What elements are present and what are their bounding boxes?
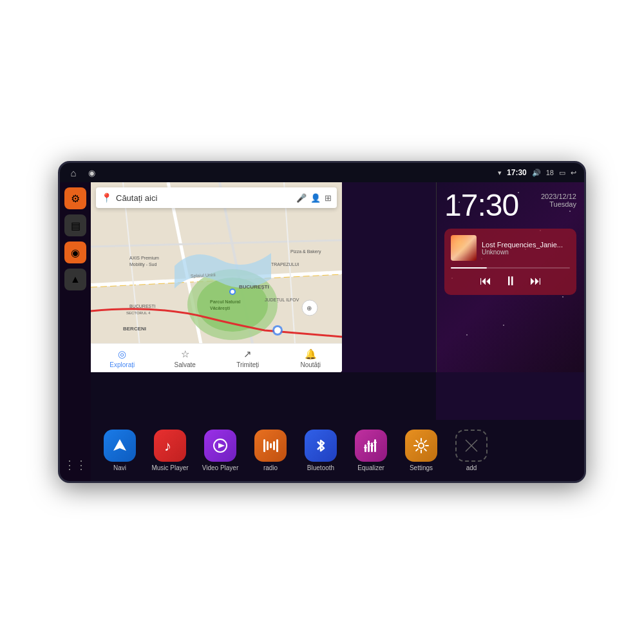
album-art [451, 235, 477, 261]
svg-rect-37 [276, 439, 278, 452]
svg-rect-45 [374, 442, 377, 443]
svg-text:Parcul Natural: Parcul Natural [210, 299, 241, 304]
app-music[interactable]: ♪ Music Player [147, 430, 193, 471]
app-equalizer[interactable]: Equalizer [348, 430, 393, 471]
map-nav-saved[interactable]: ☆ Salvate [154, 348, 217, 368]
middle-fill [91, 372, 436, 420]
map-layers-icon[interactable]: ⊞ [325, 193, 332, 203]
svg-text:BUCUREȘTI: BUCUREȘTI [239, 284, 269, 290]
radio-label: radio [263, 464, 278, 471]
video-icon [204, 430, 236, 462]
navi-icon [104, 430, 136, 462]
svg-text:BERCENI: BERCENI [123, 326, 146, 332]
settings-label: Settings [410, 464, 433, 471]
sidebar-folder-btn[interactable]: ▤ [64, 214, 86, 236]
svg-text:TRAPEZULUI: TRAPEZULUI [271, 262, 299, 267]
home-icon[interactable]: ⌂ [68, 167, 79, 178]
app-video[interactable]: Video Player [198, 430, 243, 471]
add-label: add [466, 464, 477, 471]
map-user-icon[interactable]: 👤 [310, 193, 321, 203]
main-content: ⚙ ▤ ◉ ▲ ⋮⋮ 📍 Căutați aici 🎤 👤 ⊞ [60, 182, 584, 481]
music-label: Music Player [151, 464, 188, 471]
music-player: Lost Frequencies_Janie... Unknown ⏮ ⏸ ⏭ [444, 229, 576, 295]
music-title: Lost Frequencies_Janie... [482, 241, 570, 249]
svg-marker-32 [218, 443, 225, 448]
app-radio[interactable]: radio [248, 430, 293, 471]
clock-area: 17:30 2023/12/12 Tuesday [444, 190, 576, 221]
status-time: 17:30 [507, 168, 527, 177]
music-info: Lost Frequencies_Janie... Unknown [451, 235, 570, 261]
equalizer-icon [355, 430, 387, 462]
svg-rect-35 [270, 443, 272, 448]
music-icon: ♪ [154, 430, 186, 462]
map-search-text[interactable]: Căutați aici [116, 193, 292, 203]
navi-label: Navi [113, 464, 126, 471]
svg-point-46 [419, 443, 424, 448]
battery-icon: ▭ [559, 169, 565, 177]
clock-date-text: 2023/12/12 [541, 193, 576, 200]
sidebar-nav-btn[interactable]: ▲ [64, 269, 86, 290]
map-mic-icon[interactable]: 🎤 [296, 193, 307, 203]
clock-time: 17:30 [444, 190, 518, 221]
next-btn[interactable]: ⏭ [530, 274, 542, 288]
music-progress-fill [451, 267, 487, 269]
clock-date: 2023/12/12 Tuesday [541, 193, 576, 208]
svg-text:BUCUREȘTI: BUCUREȘTI [129, 304, 156, 309]
location-icon[interactable]: ◉ [86, 167, 97, 178]
map-nav-share[interactable]: ↗ Trimiteți [216, 348, 279, 368]
app-navi[interactable]: Navi [97, 430, 142, 471]
right-panel: 17:30 2023/12/12 Tuesday Lost Frequencie… [436, 182, 584, 372]
svg-rect-42 [364, 447, 367, 448]
status-bar: ⌂ ◉ ▾ 17:30 🔊 18 ▭ ↩ [60, 163, 584, 182]
news-icon: 🔔 [305, 348, 317, 360]
radio-icon [254, 430, 287, 462]
settings-icon [405, 430, 437, 462]
battery-level: 18 [546, 169, 554, 176]
prev-btn[interactable]: ⏮ [480, 274, 491, 288]
wifi-icon: ▾ [498, 169, 502, 177]
svg-rect-36 [273, 441, 275, 450]
svg-rect-41 [374, 439, 376, 452]
apps-grid-btn[interactable]: ⋮⋮ [64, 454, 86, 476]
svg-rect-40 [371, 442, 373, 452]
map-nav-news[interactable]: 🔔 Noutăți [279, 348, 343, 368]
svg-text:⊕: ⊕ [307, 305, 312, 312]
svg-rect-34 [267, 441, 269, 450]
explore-icon: ◎ [118, 348, 126, 360]
music-progress[interactable] [451, 267, 570, 269]
video-label: Video Player [202, 464, 239, 471]
svg-rect-33 [263, 439, 265, 452]
svg-rect-43 [367, 443, 370, 444]
svg-text:AXIS Premium: AXIS Premium [129, 256, 159, 260]
share-icon: ↗ [243, 348, 252, 360]
equalizer-label: Equalizer [357, 464, 384, 471]
svg-text:JUDEȚUL ILFOV: JUDEȚUL ILFOV [265, 298, 299, 303]
sidebar-map-btn[interactable]: ◉ [64, 242, 86, 263]
saved-label: Salvate [175, 361, 196, 368]
clock-day-text: Tuesday [549, 200, 576, 208]
svg-rect-39 [368, 440, 370, 452]
sidebar-settings-btn[interactable]: ⚙ [64, 187, 86, 209]
bluetooth-label: Bluetooth [307, 464, 334, 471]
music-artist: Unknown [482, 249, 570, 256]
music-text: Lost Frequencies_Janie... Unknown [482, 241, 570, 256]
left-sidebar: ⚙ ▤ ◉ ▲ ⋮⋮ [60, 182, 91, 481]
explore-label: Explorați [109, 361, 135, 368]
svg-text:Văcărești: Văcărești [210, 306, 230, 311]
svg-text:♪: ♪ [164, 438, 171, 454]
svg-text:Mobility - Sud: Mobility - Sud [129, 262, 157, 267]
map-container[interactable]: 📍 Căutați aici 🎤 👤 ⊞ [91, 182, 342, 372]
svg-rect-44 [370, 445, 374, 446]
app-add[interactable]: add [449, 430, 494, 471]
app-bluetooth[interactable]: Bluetooth [298, 430, 343, 471]
map-search-bar[interactable]: 📍 Căutați aici 🎤 👤 ⊞ [96, 187, 337, 208]
svg-text:Pizza & Bakery: Pizza & Bakery [290, 249, 321, 254]
back-icon[interactable]: ↩ [571, 169, 576, 177]
app-settings[interactable]: Settings [399, 430, 444, 471]
map-pin-icon: 📍 [101, 193, 112, 203]
music-controls: ⏮ ⏸ ⏭ [451, 274, 570, 289]
map-nav-explore[interactable]: ◎ Explorați [91, 348, 154, 368]
bluetooth-icon [305, 430, 337, 462]
add-icon [455, 430, 488, 462]
play-pause-btn[interactable]: ⏸ [504, 274, 517, 289]
